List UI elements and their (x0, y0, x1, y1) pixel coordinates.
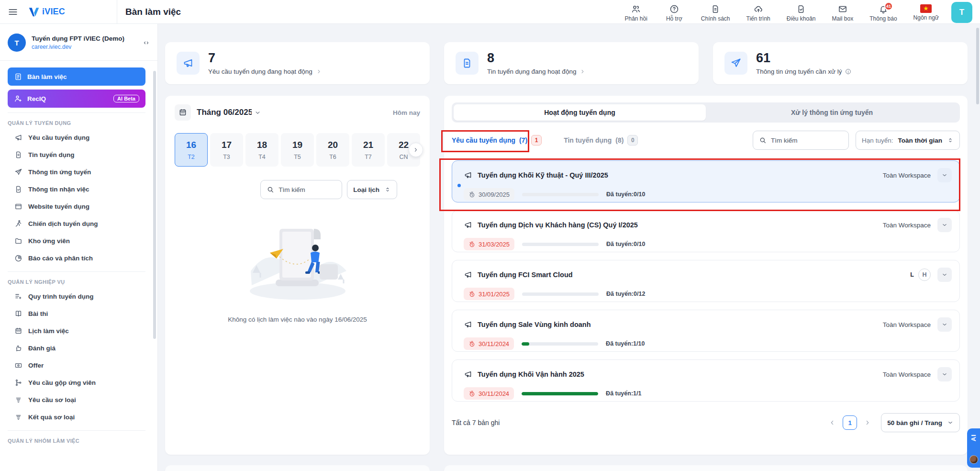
timer-icon (468, 390, 476, 397)
sidebar-item[interactable]: Thông tin ứng tuyển (8, 163, 145, 180)
megaphone-icon (182, 57, 194, 69)
workspace-card[interactable]: T Tuyển dụng FPT iVIEC (Demo) career.ivi… (0, 24, 157, 61)
sidebar-item[interactable]: Chiến dịch tuyển dụng (8, 215, 145, 232)
sidebar-item[interactable]: Lịch làm việc (8, 322, 145, 339)
workspace-domain-link[interactable]: career.iviec.dev (32, 44, 124, 50)
calendar-day-cell[interactable]: 18 T4 (245, 133, 278, 167)
sidebar-item-label: Chiến dịch tuyển dụng (28, 220, 98, 227)
user-avatar[interactable]: T (951, 2, 972, 23)
stat-card[interactable]: 61 Thông tin ứng tuyển cần xử lý (713, 42, 968, 84)
sidebar-item-label: Kho ứng viên (28, 237, 70, 245)
deadline-pill: 31/01/2025 (464, 288, 514, 300)
header-action[interactable]: Ngôn ngữ (913, 4, 939, 21)
iviec-logo[interactable]: iVIEC (28, 6, 65, 18)
day-number: 17 (222, 140, 232, 150)
request-card[interactable]: Tuyển dụng Dịch vụ Khách hàng (CS) Quý I… (452, 210, 960, 252)
calendar-day-cell[interactable]: 21 T7 (352, 133, 385, 167)
activity-search-box (753, 131, 849, 150)
sidebar-section-items: Quy trình tuyển dụng Bài thi Lịch làm vi… (8, 288, 145, 426)
sidebar-item-workbench[interactable]: Bàn làm việc (8, 67, 145, 86)
header-action[interactable]: Hỗ trợ (664, 4, 685, 22)
chev-left-icon[interactable] (828, 419, 836, 426)
empty-state-illustration (242, 213, 353, 304)
calendar-month-label[interactable]: Tháng 06/2025 (197, 108, 252, 117)
activity-tab[interactable]: Xử lý thông tin ứng tuyển (706, 104, 958, 121)
assignee-avatar[interactable]: H (918, 269, 931, 281)
next-week-button[interactable] (409, 143, 423, 157)
stat-icon-tile (177, 52, 200, 75)
sidebar-item[interactable]: Kho ứng viên (8, 232, 145, 249)
activity-subtab[interactable]: Tin tuyển dụng (8) 0 (564, 135, 638, 146)
sidebar-item[interactable]: Báo cáo và phân tích (8, 249, 145, 267)
page-number[interactable]: 1 (843, 415, 857, 430)
calendar-week: 16 T2 17 T3 18 T4 (175, 133, 420, 167)
request-scope: Toàn Workspace (883, 321, 931, 328)
expand-request-button[interactable] (937, 367, 952, 381)
calendar-day-cell[interactable]: 20 T6 (316, 133, 349, 167)
calendar-icon-tile[interactable] (175, 104, 191, 121)
sidebar-item[interactable]: Offer (8, 357, 145, 374)
header-action[interactable]: Điều khoản (787, 4, 816, 22)
pie-icon (14, 254, 22, 262)
chev-down-icon[interactable] (254, 109, 261, 116)
calendar-type-select[interactable]: Loại lịch (347, 180, 397, 199)
calendar-day-cell[interactable]: 19 T5 (281, 133, 314, 167)
activity-panel: Hoạt động tuyển dụng Xử lý thông tin ứng… (444, 96, 968, 455)
request-card[interactable]: Tuyển dụng FCI Smart Cloud L H (452, 260, 960, 302)
main-content: 7 Yêu cầu tuyển dụng đang hoạt động 8 Ti… (158, 24, 980, 471)
sidebar-item[interactable]: Bài thi (8, 305, 145, 322)
activity-subtab[interactable]: Yêu cầu tuyển dụng (7) 1 (452, 135, 542, 146)
menu-icon[interactable] (8, 7, 18, 17)
calendar-day-cell[interactable]: 16 T2 (175, 133, 208, 167)
deadline-pill: 30/11/2024 (464, 337, 514, 350)
record-total: Tất cả 7 bản ghi (452, 419, 500, 426)
sidebar-item[interactable]: Website tuyển dụng (8, 198, 145, 215)
info-icon[interactable] (845, 68, 851, 75)
sidebar-nav: Bàn làm việc RecIQ AI Beta QUẢN LÝ TUYỂN… (0, 61, 157, 444)
request-card[interactable]: Tuyển dụng Khối Kỹ thuật - Quý III/2025 … (452, 160, 960, 202)
expand-request-button[interactable] (937, 218, 952, 232)
header-action[interactable]: Chính sách (701, 4, 730, 22)
stat-card[interactable]: 7 Yêu cầu tuyển dụng đang hoạt động (165, 42, 430, 84)
sidebar-item[interactable]: Đánh giá (8, 339, 145, 357)
sidebar-item[interactable]: Yêu cầu gộp ứng viên (8, 374, 145, 391)
calendar-day-cell[interactable]: 17 T3 (210, 133, 243, 167)
sidebar-item[interactable]: Yêu cầu sơ loại (8, 391, 145, 408)
stat-card[interactable]: 8 Tin tuyển dụng đang hoạt động (444, 42, 699, 84)
code-icon[interactable] (143, 39, 150, 46)
sidebar-item-reciq[interactable]: RecIQ AI Beta (8, 90, 145, 108)
page-scrollbar[interactable] (976, 28, 979, 104)
header-action[interactable]: 41 Thông báo (869, 4, 897, 22)
header-action[interactable]: Tiến trình (746, 4, 770, 22)
request-card[interactable]: Tuyển dụng Sale Vùng kinh doanh Toàn Wor… (452, 310, 960, 352)
request-card[interactable]: Tuyển dụng Khối Vận hành 2025 Toàn Works… (452, 359, 960, 402)
sidebar-item[interactable]: Kết quả sơ loại (8, 408, 145, 426)
expand-request-button[interactable] (937, 268, 952, 282)
sidebar-item-label: Yêu cầu sơ loại (28, 396, 76, 404)
header-action[interactable]: Phản hồi (624, 4, 647, 22)
assignee-avatar[interactable]: L (906, 269, 918, 281)
calendar-search-input[interactable] (278, 186, 336, 193)
header-action[interactable]: Mail box (832, 4, 854, 22)
sidebar-scrollbar[interactable] (153, 71, 156, 339)
chev-right-icon[interactable] (864, 419, 871, 426)
sidebar-item[interactable]: Thông tin nhận việc (8, 180, 145, 198)
sidebar-item[interactable]: Quy trình tuyển dụng (8, 288, 145, 305)
today-link[interactable]: Hôm nay (393, 109, 420, 116)
sidebar-item[interactable]: Yêu cầu tuyển dụng (8, 129, 145, 146)
expand-request-button[interactable] (937, 168, 952, 182)
deadline-filter-value: Toàn thời gian (898, 137, 942, 144)
megaphone-icon (464, 270, 472, 279)
page-size-select[interactable]: 50 bản ghi / Trang (881, 413, 960, 432)
activity-search-input[interactable] (771, 137, 843, 144)
header-action-label: Hỗ trợ (666, 15, 682, 22)
expand-request-button[interactable] (937, 317, 952, 332)
sidebar-item[interactable]: Tin tuyển dụng (8, 146, 145, 163)
activity-tab[interactable]: Hoạt động tuyển dụng (454, 104, 706, 121)
deadline-filter-select[interactable]: Hạn tuyển: Toàn thời gian (856, 131, 960, 150)
subtab-count: (7) (519, 136, 527, 144)
header-action-label: Ngôn ngữ (913, 14, 939, 21)
deadline-date: 31/03/2025 (479, 241, 510, 248)
ai-assistant-tab[interactable]: AI (967, 428, 980, 468)
stat-value: 8 (487, 52, 586, 65)
